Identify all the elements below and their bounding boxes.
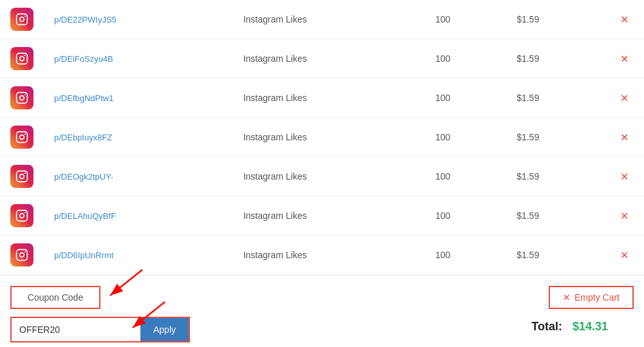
type-cell: Instagram Likes xyxy=(233,236,425,275)
type-cell: Instagram Likes xyxy=(233,196,425,236)
remove-cell[interactable]: ✕ xyxy=(605,0,644,39)
svg-rect-3 xyxy=(17,53,28,64)
coupon-code-button[interactable]: Coupon Code xyxy=(10,286,100,309)
type-cell: Instagram Likes xyxy=(233,79,425,118)
table-row: p/DEOgk2tpUY- Instagram Likes 100 $1.59 … xyxy=(0,157,644,196)
svg-rect-0 xyxy=(17,14,28,25)
svg-rect-9 xyxy=(17,132,28,143)
type-cell: Instagram Likes xyxy=(233,39,425,79)
type-cell: Instagram Likes xyxy=(233,157,425,196)
item-link[interactable]: p/DE22PWIyJS5 xyxy=(54,15,117,24)
link-cell[interactable]: p/DD6IpUnRrmt xyxy=(44,236,233,275)
type-cell: Instagram Likes xyxy=(233,0,425,39)
table-row: p/DEiFoSzyu4B Instagram Likes 100 $1.59 … xyxy=(0,39,644,79)
instagram-icon xyxy=(10,86,33,109)
svg-point-16 xyxy=(20,214,24,218)
price-cell: $1.59 xyxy=(506,39,605,79)
coupon-section: Coupon Code ✕ Empty Cart Apply Total: $1… xyxy=(10,286,634,342)
svg-point-1 xyxy=(20,17,24,22)
icon-cell xyxy=(0,0,44,39)
remove-button[interactable]: ✕ xyxy=(615,247,634,264)
page-wrapper: p/DE22PWIyJS5 Instagram Likes 100 $1.59 … xyxy=(0,0,644,347)
remove-button[interactable]: ✕ xyxy=(615,89,634,107)
remove-cell[interactable]: ✕ xyxy=(605,118,644,157)
item-link[interactable]: p/DEbpIuyx8FZ xyxy=(54,133,112,142)
total-row: Total: $14.31 xyxy=(531,320,634,333)
instagram-icon xyxy=(10,47,33,70)
link-cell[interactable]: p/DEOgk2tpUY- xyxy=(44,157,233,196)
item-link[interactable]: p/DD6IpUnRrmt xyxy=(54,250,113,260)
svg-rect-18 xyxy=(17,250,28,261)
qty-cell: 100 xyxy=(425,118,506,157)
table-row: p/DEbpIuyx8FZ Instagram Likes 100 $1.59 … xyxy=(0,118,644,157)
type-cell: Instagram Likes xyxy=(233,118,425,157)
empty-cart-label: Empty Cart xyxy=(574,292,620,303)
remove-button[interactable]: ✕ xyxy=(615,207,634,225)
price-cell: $1.59 xyxy=(506,236,605,275)
coupon-input[interactable] xyxy=(12,319,140,340)
svg-point-14 xyxy=(24,173,26,174)
remove-cell[interactable]: ✕ xyxy=(605,196,644,236)
empty-cart-button[interactable]: ✕ Empty Cart xyxy=(549,286,634,309)
remove-cell[interactable]: ✕ xyxy=(605,79,644,118)
svg-point-5 xyxy=(24,55,26,56)
svg-point-13 xyxy=(20,174,24,179)
table-row: p/DD6IpUnRrmt Instagram Likes 100 $1.59 … xyxy=(0,236,644,275)
table-row: p/DELAhuQyBfF Instagram Likes 100 $1.59 … xyxy=(0,196,644,236)
instagram-icon xyxy=(10,165,33,188)
svg-point-19 xyxy=(20,253,24,258)
svg-rect-15 xyxy=(17,211,28,221)
icon-cell xyxy=(0,118,44,157)
icon-cell xyxy=(0,157,44,196)
qty-cell: 100 xyxy=(425,196,506,236)
svg-rect-6 xyxy=(17,93,28,104)
icon-cell xyxy=(0,196,44,236)
qty-cell: 100 xyxy=(425,79,506,118)
link-cell[interactable]: p/DE22PWIyJS5 xyxy=(44,0,233,39)
item-link[interactable]: p/DEOgk2tpUY- xyxy=(54,172,113,182)
remove-cell[interactable]: ✕ xyxy=(605,236,644,275)
table-row: p/DEfbgNdPtw1 Instagram Likes 100 $1.59 … xyxy=(0,79,644,118)
price-cell: $1.59 xyxy=(506,196,605,236)
icon-cell xyxy=(0,79,44,118)
coupon-input-wrapper: Apply xyxy=(10,317,190,342)
svg-point-4 xyxy=(20,57,24,61)
instagram-icon xyxy=(10,204,33,227)
qty-cell: 100 xyxy=(425,0,506,39)
icon-cell xyxy=(0,236,44,275)
remove-cell[interactable]: ✕ xyxy=(605,157,644,196)
link-cell[interactable]: p/DEiFoSzyu4B xyxy=(44,39,233,79)
table-row: p/DE22PWIyJS5 Instagram Likes 100 $1.59 … xyxy=(0,0,644,39)
svg-point-7 xyxy=(20,96,24,100)
svg-point-20 xyxy=(24,251,26,252)
link-cell[interactable]: p/DEbpIuyx8FZ xyxy=(44,118,233,157)
remove-button[interactable]: ✕ xyxy=(615,11,634,28)
item-link[interactable]: p/DELAhuQyBfF xyxy=(54,211,116,221)
svg-point-2 xyxy=(24,15,26,17)
item-link[interactable]: p/DEiFoSzyu4B xyxy=(54,54,113,64)
remove-button[interactable]: ✕ xyxy=(615,129,634,146)
total-amount: $14.31 xyxy=(573,320,608,333)
price-cell: $1.59 xyxy=(506,157,605,196)
cart-table: p/DE22PWIyJS5 Instagram Likes 100 $1.59 … xyxy=(0,0,644,275)
price-cell: $1.59 xyxy=(506,0,605,39)
instagram-icon xyxy=(10,126,33,149)
svg-rect-12 xyxy=(17,171,28,182)
remove-button[interactable]: ✕ xyxy=(615,168,634,185)
apply-button[interactable]: Apply xyxy=(140,318,189,341)
bottom-area: Coupon Code ✕ Empty Cart Apply Total: $1… xyxy=(0,275,644,347)
total-label: Total: xyxy=(531,320,562,333)
instagram-icon xyxy=(10,243,33,267)
remove-cell[interactable]: ✕ xyxy=(605,39,644,79)
empty-cart-icon: ✕ xyxy=(563,292,571,303)
coupon-input-row: Apply xyxy=(10,317,190,342)
svg-point-11 xyxy=(24,133,26,135)
qty-cell: 100 xyxy=(425,157,506,196)
remove-button[interactable]: ✕ xyxy=(615,50,634,68)
link-cell[interactable]: p/DEfbgNdPtw1 xyxy=(44,79,233,118)
link-cell[interactable]: p/DELAhuQyBfF xyxy=(44,196,233,236)
instagram-icon xyxy=(10,8,33,31)
svg-point-10 xyxy=(20,135,24,140)
item-link[interactable]: p/DEfbgNdPtw1 xyxy=(54,93,114,103)
svg-point-17 xyxy=(24,212,26,213)
